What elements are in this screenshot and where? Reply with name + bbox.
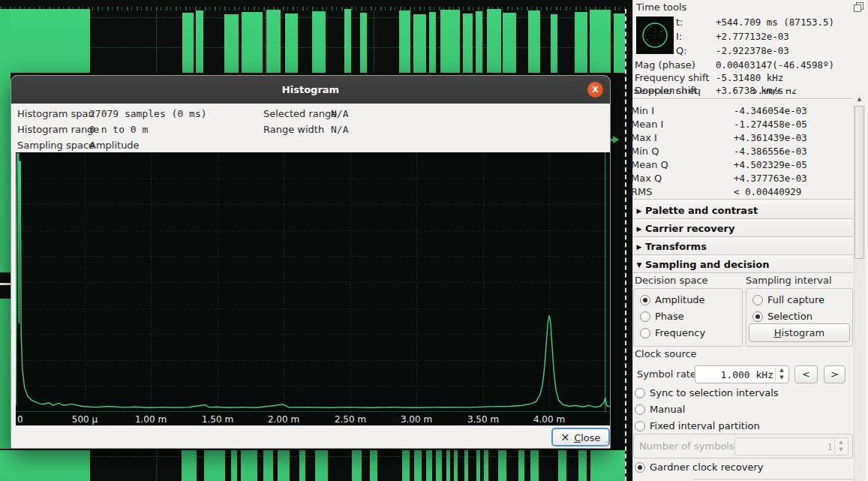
resize-grip[interactable] [602, 440, 608, 446]
dialog-close-button[interactable]: X [587, 82, 603, 98]
t-label: t: [676, 17, 683, 28]
axis-tick-label: 1.00 m [135, 414, 167, 425]
measurement-label: Mean Q [631, 158, 668, 171]
axis-tick-label: 2.50 m [335, 414, 366, 425]
histogram-plot[interactable]: 0500 µ1.00 m1.50 m2.00 m2.50 m3.00 m3.50… [16, 152, 610, 425]
measurement-value: +4.502329e-05 [734, 158, 807, 171]
radio-label: Gardner clock recovery [650, 461, 764, 473]
mag-phase-label: Mag (phase) [635, 59, 695, 71]
waveform-left-region [0, 9, 11, 449]
radio-icon[interactable] [640, 311, 650, 322]
signal-bar [204, 450, 225, 481]
signal-bar [231, 450, 237, 481]
section-palette-and-contrast[interactable]: ▶Palette and contrast [633, 202, 853, 219]
signal-bar [426, 450, 432, 481]
frequency-shift-value: -5.31480 kHz [716, 72, 783, 83]
measurement-label: Max I [631, 131, 657, 144]
radio-sampling-full-capture[interactable]: Full capture [752, 294, 824, 306]
signal-bar [429, 12, 436, 73]
histogram-plot-area[interactable] [16, 152, 610, 412]
separator [633, 98, 853, 100]
selection-freq-label: Selection freq [633, 89, 701, 96]
radio-clock-sync-to-selection-intervals[interactable]: Sync to selection intervals [635, 387, 779, 399]
measurement-value: +4.377763e-03 [734, 172, 807, 185]
section-label: Sampling and decision [645, 259, 770, 270]
radio-decision-frequency[interactable]: Frequency [640, 327, 705, 339]
selected-range-value: N/A [331, 108, 348, 119]
symbol-rate-value: 1.000 kHz [721, 366, 773, 383]
section-transforms[interactable]: ▶Transforms [633, 238, 853, 255]
radio-decision-amplitude[interactable]: Amplitude [640, 294, 705, 306]
radio-clock-manual[interactable]: Manual [635, 404, 685, 416]
signal-bar [476, 11, 482, 73]
radio-label: Amplitude [655, 294, 705, 305]
section-label: Transforms [645, 241, 707, 252]
signal-bar [590, 10, 611, 73]
measurement-value: +4.361439e-03 [734, 131, 807, 144]
radio-label: Phase [655, 311, 684, 322]
selection-freq-value: 5.909 Hz [752, 89, 797, 96]
signal-bar [285, 14, 298, 73]
signal-bar [360, 13, 367, 73]
i-value: +2.777132e-03 [716, 31, 789, 42]
histogram-button[interactable]: Histogram [749, 323, 850, 342]
radio-gardner-clock-recovery[interactable]: Gardner clock recovery [635, 461, 764, 473]
constellation-preview [636, 17, 674, 56]
spin-down-icon[interactable]: ▼ [776, 374, 788, 382]
spin-up-icon[interactable]: ▲ [776, 367, 788, 374]
measurement-value: -4.346054e-03 [734, 104, 807, 117]
spin-up-icon: ▲ [835, 439, 847, 446]
section-sampling-and-decision[interactable]: ▼Sampling and decision [633, 256, 853, 273]
radio-selected-icon[interactable] [635, 462, 645, 473]
separator [633, 199, 853, 200]
radio-sampling-selection[interactable]: Selection [752, 311, 812, 323]
signal-bar [528, 11, 540, 73]
signal-bar [614, 14, 625, 73]
signal-bar [242, 12, 263, 73]
radio-clock-fixed-interval-partition[interactable]: Fixed interval partition [635, 420, 760, 432]
symbol-rate-next-button[interactable]: > [824, 365, 845, 383]
signal-bar [484, 450, 488, 481]
radio-selected-icon[interactable] [640, 295, 650, 305]
signal-bar [463, 14, 473, 73]
radio-icon[interactable] [635, 404, 645, 415]
signal-bar [578, 450, 587, 481]
waveform-gridline [374, 9, 374, 73]
sampling-interval-group: Full captureSelection Histogram [746, 288, 853, 347]
signal-bar [446, 450, 450, 481]
histogram-curve [16, 152, 610, 412]
signal-bar [241, 450, 257, 481]
signal-bar [487, 9, 501, 73]
scrollbar-thumb[interactable] [854, 106, 864, 259]
symbol-rate-prev-button[interactable]: < [794, 365, 818, 383]
scrollbar-up-button[interactable]: ▲ [854, 94, 865, 105]
radio-icon[interactable] [635, 388, 645, 398]
radio-decision-phase[interactable]: Phase [640, 311, 684, 323]
measurement-value: -4.386556e-03 [734, 145, 807, 158]
symbol-rate-input[interactable]: 1.000 kHz ▲ ▼ [695, 365, 789, 383]
histogram-span-label: Histogram span [17, 108, 95, 119]
waveform-gridline [482, 9, 483, 73]
signal-bar [182, 13, 194, 73]
radio-icon[interactable] [635, 421, 645, 431]
radio-icon[interactable] [640, 328, 650, 338]
signal-bar [440, 10, 460, 73]
signal-bar [498, 450, 506, 481]
sampling-interval-label: Sampling interval [746, 275, 832, 286]
signal-bar [558, 450, 566, 481]
radio-selected-icon[interactable] [752, 311, 763, 322]
decision-space-label: Decision space [635, 275, 708, 286]
number-of-symbols-group: Number of symbols 1 ▲ ▼ [633, 434, 853, 458]
number-of-symbols-input: 1 ▲ ▼ [734, 437, 848, 455]
measurement-label: Min I [631, 104, 654, 117]
measurement-label: Max Q [631, 172, 662, 185]
signal-bar [263, 450, 273, 481]
radio-label: Frequency [655, 327, 705, 338]
dialog-titlebar[interactable]: Histogram X [11, 76, 610, 104]
signal-bar [344, 9, 351, 73]
section-carrier-recovery[interactable]: ▶Carrier recovery [633, 220, 853, 237]
float-panel-button[interactable] [854, 2, 865, 13]
radio-label: Full capture [767, 294, 824, 305]
radio-icon[interactable] [752, 295, 763, 305]
selection-freq-row-clipped: Selection freq 5.909 Hz [633, 89, 851, 98]
